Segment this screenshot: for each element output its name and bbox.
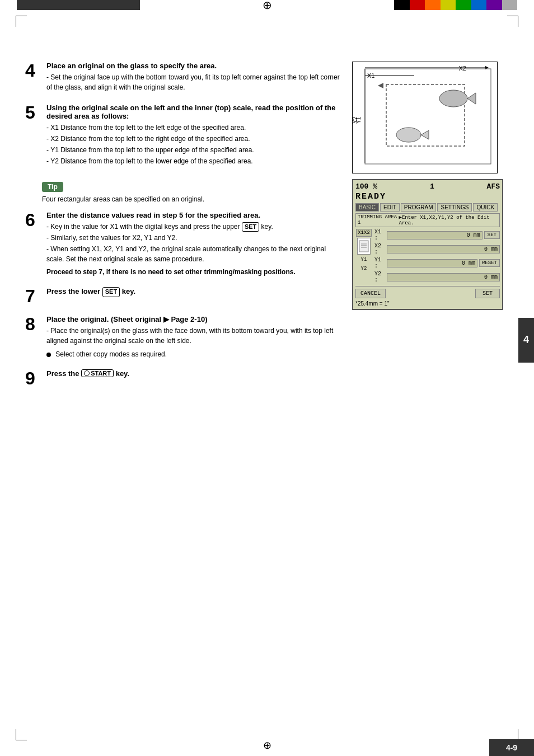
step-6-title: Enter the distance values read in step 5… xyxy=(46,211,341,219)
lcd-tab-basic[interactable]: BASIC xyxy=(355,203,379,212)
doc-icon xyxy=(357,238,371,255)
step-4: 4 Place an original on the glass to spec… xyxy=(25,62,341,93)
step-9: 9 Press the START key. xyxy=(25,369,341,387)
lcd-x1-row: X1 : 0 mm SET xyxy=(374,229,500,241)
lcd-sub-text: ▶Enter X1,X2,Y1,Y2 of the Edit Area. xyxy=(399,214,498,226)
step-8-arrow: ▶ xyxy=(163,315,169,323)
step-8: 8 Place the original. (Sheet original ▶ … xyxy=(25,315,341,359)
lcd-cancel-button[interactable]: CANCEL xyxy=(355,289,386,298)
right-column: X2 X1 xyxy=(352,62,509,397)
set-key-inline: SET xyxy=(242,222,259,232)
lcd-tab-program[interactable]: PROGRAM xyxy=(401,203,437,212)
corner-mark-tl xyxy=(16,16,27,27)
step-5: 5 Using the original scale on the left a… xyxy=(25,104,341,167)
lcd-tab-settings[interactable]: SETTINGS xyxy=(437,203,472,212)
step-9-content: Press the START key. xyxy=(46,369,341,387)
color-yellow xyxy=(441,0,456,10)
y2-label-lcd: Y2 xyxy=(361,266,367,271)
svg-marker-11 xyxy=(378,83,383,88)
step-8-paren: (Sheet original xyxy=(111,315,161,323)
start-circle-icon xyxy=(84,370,90,376)
lcd-tab-edit[interactable]: EDIT xyxy=(380,203,400,212)
step-8-title-bold: Place the original. xyxy=(46,315,109,323)
corner-mark-tr xyxy=(507,16,518,27)
two-column-layout: 4 Place an original on the glass to spec… xyxy=(25,62,509,397)
top-bar-right-block xyxy=(394,0,517,10)
svg-point-7 xyxy=(439,90,467,107)
step-5-item-y2: Y2 Distance from the top left to the low… xyxy=(46,156,341,166)
lcd-x2-label: X2 : xyxy=(374,243,387,255)
svg-text:Y1: Y1 xyxy=(355,116,362,124)
step-4-item-1: Set the original face up with the bottom… xyxy=(46,72,341,92)
step-9-number: 9 xyxy=(25,369,41,387)
step-5-item-x1: X1 Distance from the top left to the lef… xyxy=(46,123,341,133)
step-5-item-y1: Y1 Distance from the top left to the upp… xyxy=(46,145,341,155)
color-green xyxy=(456,0,471,10)
step-8-item-1: Place the original(s) on the glass with … xyxy=(46,326,341,346)
step-7-content: Press the lower SET key. xyxy=(46,287,341,305)
lcd-divider xyxy=(355,286,500,287)
lcd-y1-label: Y1 : xyxy=(374,257,387,269)
page-number: 4-9 xyxy=(506,743,517,752)
lcd-left-labels: X1X2 Y1 Y2 xyxy=(355,229,372,271)
step-8-title: Place the original. (Sheet original ▶ Pa… xyxy=(46,315,341,323)
bullet-icon xyxy=(46,353,51,357)
top-bar: ⊕ xyxy=(0,0,534,10)
scanner-diagram: X2 X1 xyxy=(352,62,498,173)
step-7: 7 Press the lower SET key. xyxy=(25,287,341,305)
page-number-strip: 4-9 xyxy=(489,739,534,756)
start-label: START xyxy=(91,370,111,377)
page-tab: 4 xyxy=(518,318,534,363)
lcd-tab-quick[interactable]: QUICK xyxy=(473,203,498,212)
lcd-y1-value: 0 mm xyxy=(387,259,477,267)
lcd-ready: READY xyxy=(355,192,500,201)
color-orange xyxy=(425,0,441,10)
y1-label-lcd: Y1 xyxy=(361,257,367,262)
lcd-aps: AFS xyxy=(487,182,500,191)
crosshair-bottom-icon: ⊕ xyxy=(263,739,271,752)
step-6-number: 6 xyxy=(25,211,41,277)
step-7-title: Press the lower SET key. xyxy=(46,287,341,297)
step-5-content: Using the original scale on the left and… xyxy=(46,104,341,167)
top-bar-center: ⊕ xyxy=(140,0,394,10)
step-6-item-2: Similarly, set the values for X2, Y1 and… xyxy=(46,233,341,243)
lcd-bottom-row: CANCEL SET xyxy=(355,289,500,298)
set-key-step7: SET xyxy=(102,287,120,297)
lcd-y1-row: Y1 : 0 mm RESET xyxy=(374,257,500,269)
step-9-title: Press the START key. xyxy=(46,369,341,378)
tip-text: Four rectangular areas can be specified … xyxy=(42,195,341,203)
step-5-number: 5 xyxy=(25,104,41,167)
lcd-reset-btn[interactable]: RESET xyxy=(479,259,500,267)
lcd-note: *25.4mm = 1" xyxy=(355,300,500,307)
corner-mark-bl xyxy=(16,729,27,740)
start-key: START xyxy=(81,369,114,377)
lcd-y2-value: 0 mm xyxy=(387,273,500,281)
step-6-proceed: Proceed to step 7, if there is no need t… xyxy=(46,267,341,277)
top-bar-left-block xyxy=(17,0,140,10)
lcd-top-row: 100 % 1 AFS xyxy=(355,182,500,191)
step-9-title-end: key. xyxy=(116,369,129,378)
lcd-y2-label: Y2 : xyxy=(374,271,387,283)
left-column: 4 Place an original on the glass to spec… xyxy=(25,62,341,397)
color-black xyxy=(394,0,410,10)
step-8-content: Place the original. (Sheet original ▶ Pa… xyxy=(46,315,341,359)
doc-svg xyxy=(359,240,369,252)
step-5-item-x2: X2 Distance from the top left to the rig… xyxy=(46,134,341,144)
step-8-bullet-text: Select other copy modes as required. xyxy=(55,350,167,358)
tip-badge: Tip xyxy=(42,182,63,192)
lcd-set-x1-btn[interactable]: SET xyxy=(484,231,500,239)
color-blue xyxy=(471,0,487,10)
lcd-y2-row: Y2 : 0 mm xyxy=(374,271,500,283)
lcd-x1-value: 0 mm xyxy=(387,231,483,240)
svg-point-9 xyxy=(396,128,421,142)
lcd-set-big-button[interactable]: SET xyxy=(475,289,500,298)
lcd-tabs: BASIC EDIT PROGRAM SETTINGS QUICK xyxy=(355,203,500,212)
step-6-item-3: When setting X1, X2, Y1 and Y2, the orig… xyxy=(46,244,341,264)
step-6-body: Key in the value for X1 with the digital… xyxy=(46,222,341,277)
diagram-svg: Y2 Y1 xyxy=(353,62,497,173)
tip-section: Tip Four rectangular areas can be specif… xyxy=(25,177,341,203)
lcd-percent: 100 % xyxy=(355,182,377,191)
lcd-x2-value: 0 mm xyxy=(387,245,500,253)
step-4-title: Place an original on the glass to specif… xyxy=(46,62,341,70)
page-tab-number: 4 xyxy=(523,334,529,346)
